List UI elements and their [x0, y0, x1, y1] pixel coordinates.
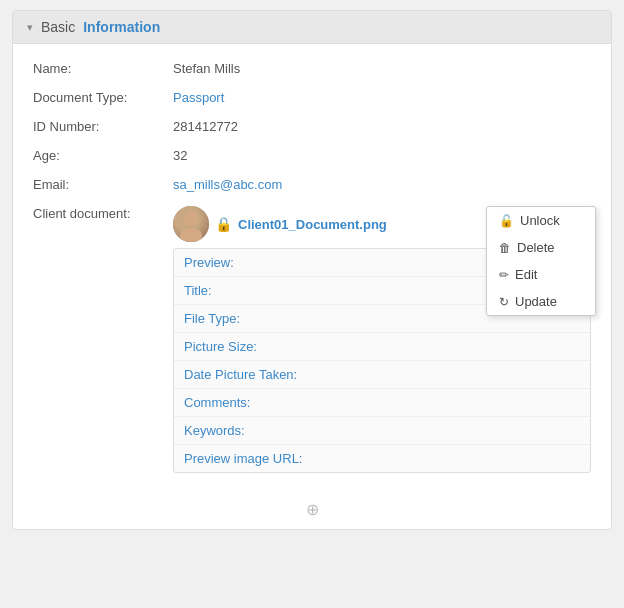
- client-doc-label: Client document:: [33, 206, 173, 221]
- dropdown-item-delete[interactable]: 🗑 Delete: [487, 234, 595, 261]
- edit-icon: ✏: [499, 268, 509, 282]
- doc-header: 🔒 Client01_Document.png ⚙ 🔓 Unlock 🗑 Del…: [173, 206, 591, 242]
- footer-area: ⊕: [13, 490, 611, 529]
- lock-icon: 🔒: [215, 216, 232, 232]
- field-row-name: Name: Stefan Mills: [13, 54, 611, 83]
- field-row-id-number: ID Number: 281412772: [13, 112, 611, 141]
- dropdown-menu: 🔓 Unlock 🗑 Delete ✏ Edit ↻: [486, 206, 596, 316]
- field-row-age: Age: 32: [13, 141, 611, 170]
- footer-icon: ⊕: [306, 500, 319, 519]
- field-value-id-number: 281412772: [173, 119, 238, 134]
- doc-thumbnail: [173, 206, 209, 242]
- dropdown-item-update[interactable]: ↻ Update: [487, 288, 595, 315]
- doc-field-comments: Comments:: [174, 389, 590, 417]
- field-value-name: Stefan Mills: [173, 61, 240, 76]
- client-doc-row: Client document: 🔒 Client01_Document.png…: [13, 199, 611, 480]
- dropdown-item-delete-label: Delete: [517, 240, 555, 255]
- doc-field-date-picture-taken: Date Picture Taken:: [174, 361, 590, 389]
- unlock-icon: 🔓: [499, 214, 514, 228]
- dropdown-item-edit[interactable]: ✏ Edit: [487, 261, 595, 288]
- field-label-email: Email:: [33, 177, 173, 192]
- client-doc-content: 🔒 Client01_Document.png ⚙ 🔓 Unlock 🗑 Del…: [173, 206, 591, 473]
- dropdown-item-update-label: Update: [515, 294, 557, 309]
- doc-field-preview-image-url: Preview image URL:: [174, 445, 590, 472]
- field-label-name: Name:: [33, 61, 173, 76]
- field-label-id-number: ID Number:: [33, 119, 173, 134]
- dropdown-item-edit-label: Edit: [515, 267, 537, 282]
- update-icon: ↻: [499, 295, 509, 309]
- dropdown-item-unlock-label: Unlock: [520, 213, 560, 228]
- doc-field-picture-size: Picture Size:: [174, 333, 590, 361]
- basic-information-card: ▾ Basic Information Name: Stefan Mills D…: [12, 10, 612, 530]
- field-row-document-type: Document Type: Passport: [13, 83, 611, 112]
- section-header: ▾ Basic Information: [13, 11, 611, 44]
- fields-area: Name: Stefan Mills Document Type: Passpo…: [13, 44, 611, 490]
- field-value-document-type[interactable]: Passport: [173, 90, 224, 105]
- field-row-email: Email: sa_mills@abc.com: [13, 170, 611, 199]
- chevron-down-icon: ▾: [27, 21, 33, 34]
- field-label-document-type: Document Type:: [33, 90, 173, 105]
- field-value-email[interactable]: sa_mills@abc.com: [173, 177, 282, 192]
- field-value-age: 32: [173, 148, 187, 163]
- section-title-plain: Basic: [41, 19, 75, 35]
- delete-icon: 🗑: [499, 241, 511, 255]
- section-title-bold: Information: [83, 19, 160, 35]
- dropdown-item-unlock[interactable]: 🔓 Unlock: [487, 207, 595, 234]
- doc-filename[interactable]: Client01_Document.png: [238, 217, 387, 232]
- field-label-age: Age:: [33, 148, 173, 163]
- doc-field-keywords: Keywords:: [174, 417, 590, 445]
